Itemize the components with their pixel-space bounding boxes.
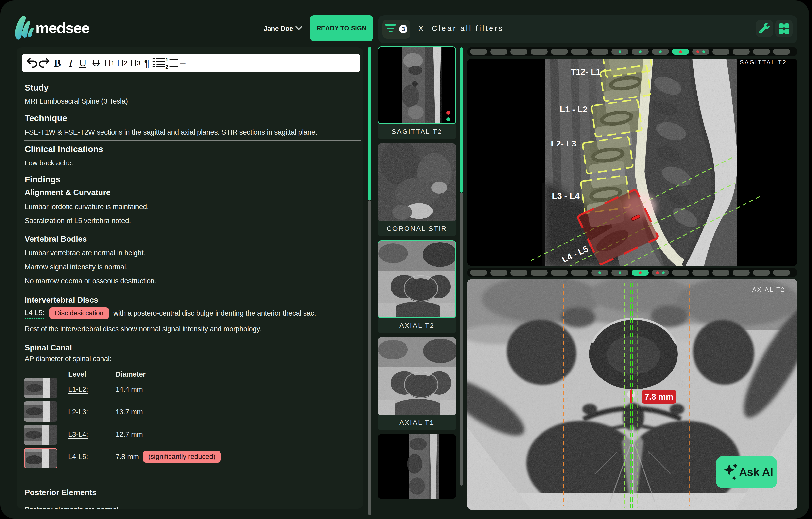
svg-text:L2- L3: L2- L3 (551, 139, 576, 148)
svg-text:L3 - L4: L3 - L4 (552, 191, 580, 201)
svg-text:2: 2 (165, 64, 168, 70)
svg-text:T12- L1: T12- L1 (571, 67, 601, 76)
svg-text:1: 1 (165, 57, 168, 62)
svg-text:L1 - L2: L1 - L2 (560, 104, 587, 114)
